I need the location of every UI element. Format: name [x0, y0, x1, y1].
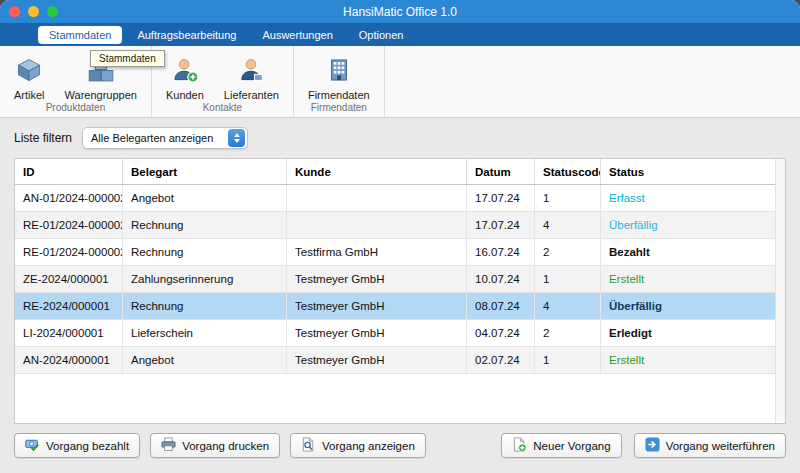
neuer-vorgang-button[interactable]: Neuer Vorgang	[501, 433, 621, 458]
table-header: ID Belegart Kunde Datum Statuscode Statu…	[15, 159, 775, 185]
new-document-icon	[512, 437, 527, 454]
button-label: Vorgang bezahlt	[46, 440, 129, 452]
vorgang-weiterfuehren-button[interactable]: Vorgang weiterführen	[634, 433, 786, 458]
minimize-button[interactable]	[28, 6, 39, 17]
ribbon-item-label: Firmendaten	[308, 89, 370, 101]
cell-status: Erfasst	[601, 185, 775, 211]
ribbon-item-label: Artikel	[14, 89, 45, 101]
ribbon-item-label: Warengruppen	[65, 89, 137, 101]
cell-belegart: Rechnung	[123, 239, 287, 265]
column-header-kunde[interactable]: Kunde	[287, 159, 467, 184]
cell-kunde: Testmeyer GmbH	[287, 266, 467, 292]
column-header-belegart[interactable]: Belegart	[123, 159, 287, 184]
cell-statuscode: 4	[535, 293, 601, 319]
cell-id: RE-2024/000001	[15, 293, 123, 319]
documents-table: ID Belegart Kunde Datum Statuscode Statu…	[14, 158, 786, 424]
table-row[interactable]: AN-2024/000001 Angebot Testmeyer GmbH 02…	[15, 347, 775, 374]
cell-belegart: Rechnung	[123, 212, 287, 238]
cell-kunde: Testfirma GmbH	[287, 239, 467, 265]
table-row[interactable]: RE-01/2024-000002 Rechnung 17.07.24 4 Üb…	[15, 212, 775, 239]
app-window: HansiMatic Office 1.0 Stammdaten Auftrag…	[0, 0, 800, 473]
customer-add-icon	[171, 56, 199, 88]
footer-buttons-right: Neuer Vorgang Vorgang weiterführen	[501, 433, 786, 458]
cell-kunde	[287, 212, 467, 238]
cell-datum: 08.07.24	[467, 293, 535, 319]
cell-belegart: Lieferschein	[123, 320, 287, 346]
cell-id: ZE-2024/000001	[15, 266, 123, 292]
menu-tab-bar: Stammdaten Auftragsbearbeitung Auswertun…	[0, 23, 800, 46]
cell-belegart: Angebot	[123, 347, 287, 373]
cell-kunde	[287, 185, 467, 211]
forward-arrow-icon	[645, 437, 660, 454]
cell-statuscode: 1	[535, 347, 601, 373]
tab-optionen[interactable]: Optionen	[348, 26, 415, 44]
ribbon-group-label: Produktdaten	[5, 102, 146, 117]
column-header-statuscode[interactable]: Statuscode	[535, 159, 601, 184]
cell-belegart: Angebot	[123, 185, 287, 211]
cell-status: Bezahlt	[601, 239, 775, 265]
cell-status: Überfällig	[601, 212, 775, 238]
cell-statuscode: 4	[535, 212, 601, 238]
building-icon	[325, 56, 353, 88]
footer-buttons-left: Vorgang bezahlt Vorgang drucken	[14, 433, 426, 458]
tab-stammdaten[interactable]: Stammdaten	[38, 26, 122, 44]
table-row[interactable]: LI-2024/000001 Lieferschein Testmeyer Gm…	[15, 320, 775, 347]
cell-statuscode: 1	[535, 185, 601, 211]
table-scrollbar[interactable]	[775, 159, 785, 423]
table-row[interactable]: RE-01/2024-000002 Rechnung Testfirma Gmb…	[15, 239, 775, 266]
table-row[interactable]: AN-01/2024-000002 Angebot 17.07.24 1 Erf…	[15, 185, 775, 212]
ribbon-filler	[385, 46, 800, 117]
cell-id: AN-01/2024-000002	[15, 185, 123, 211]
cell-kunde: Testmeyer GmbH	[287, 320, 467, 346]
cell-id: RE-01/2024-000002	[15, 212, 123, 238]
close-button[interactable]	[9, 6, 20, 17]
vorgang-drucken-button[interactable]: Vorgang drucken	[150, 433, 280, 458]
cell-id: AN-2024/000001	[15, 347, 123, 373]
tab-auswertungen[interactable]: Auswertungen	[251, 26, 343, 44]
cell-datum: 04.07.24	[467, 320, 535, 346]
ribbon-group-label: Kontakte	[157, 102, 288, 117]
cell-id: LI-2024/000001	[15, 320, 123, 346]
printer-icon	[161, 437, 176, 454]
column-header-status[interactable]: Status	[601, 159, 775, 184]
ribbon-group-label: Firmendaten	[299, 102, 379, 117]
cell-status: Überfällig	[601, 293, 775, 319]
button-label: Vorgang weiterführen	[666, 440, 775, 452]
vorgang-anzeigen-button[interactable]: Vorgang anzeigen	[290, 433, 426, 458]
button-label: Neuer Vorgang	[533, 440, 610, 452]
cell-belegart: Zahlungserinnerung	[123, 266, 287, 292]
belegart-filter-select[interactable]: Alle Belegarten anzeigen	[82, 127, 248, 149]
vorgang-bezahlt-button[interactable]: Vorgang bezahlt	[14, 433, 140, 458]
cell-datum: 16.07.24	[467, 239, 535, 265]
table-row-selected[interactable]: RE-2024/000001 Rechnung Testmeyer GmbH 0…	[15, 293, 775, 320]
title-bar: HansiMatic Office 1.0	[0, 0, 800, 23]
filter-label: Liste filtern	[14, 131, 72, 145]
table-row[interactable]: ZE-2024/000001 Zahlungserinnerung Testme…	[15, 266, 775, 293]
zoom-button[interactable]	[47, 6, 58, 17]
filter-row: Liste filtern Alle Belegarten anzeigen	[14, 127, 248, 149]
column-header-datum[interactable]: Datum	[467, 159, 535, 184]
cell-datum: 10.07.24	[467, 266, 535, 292]
supplier-icon	[237, 56, 265, 88]
select-stepper-icon	[228, 129, 245, 147]
cell-kunde: Testmeyer GmbH	[287, 347, 467, 373]
column-header-id[interactable]: ID	[15, 159, 123, 184]
tab-auftragsbearbeitung[interactable]: Auftragsbearbeitung	[126, 26, 247, 44]
window-controls	[9, 6, 58, 17]
cell-datum: 17.07.24	[467, 212, 535, 238]
tooltip: Stammdaten	[90, 50, 165, 67]
button-label: Vorgang drucken	[182, 440, 269, 452]
cell-status: Erstellt	[601, 266, 775, 292]
select-value: Alle Belegarten anzeigen	[91, 132, 213, 144]
cell-id: RE-01/2024-000002	[15, 239, 123, 265]
cell-kunde: Testmeyer GmbH	[287, 293, 467, 319]
ribbon-item-lieferanten[interactable]: Lieferanten	[215, 55, 288, 102]
ribbon-item-kunden[interactable]: Kunden	[157, 55, 213, 102]
ribbon-item-firmendaten[interactable]: Firmendaten	[299, 55, 379, 102]
cell-datum: 02.07.24	[467, 347, 535, 373]
ribbon-item-label: Lieferanten	[224, 89, 279, 101]
button-label: Vorgang anzeigen	[322, 440, 415, 452]
ribbon-item-artikel[interactable]: Artikel	[5, 55, 54, 102]
cell-status: Erstellt	[601, 347, 775, 373]
box-icon	[15, 56, 43, 88]
